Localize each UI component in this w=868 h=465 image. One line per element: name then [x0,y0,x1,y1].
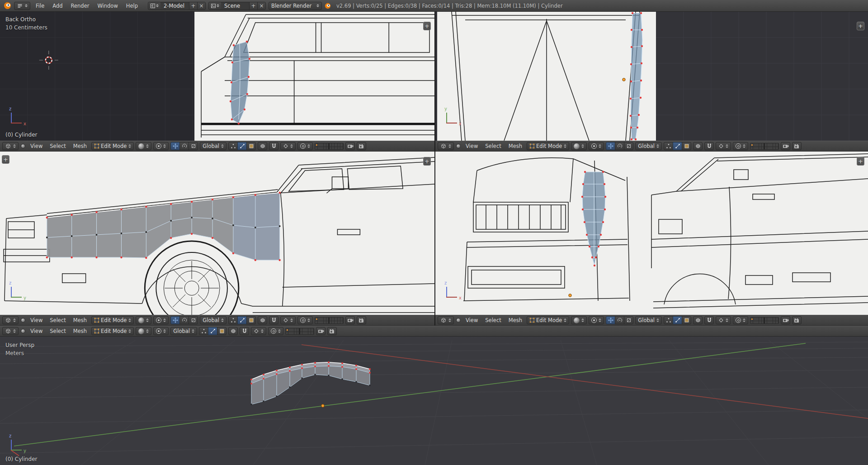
toolshelf-panel-toggle[interactable]: + [2,155,9,164]
manipulator-translate-toggle[interactable] [606,316,615,324]
collapse-menus-icon[interactable] [456,144,461,148]
screen-layout-close-button[interactable]: × [197,2,205,10]
menu-add[interactable]: Add [50,3,65,9]
face-select-button[interactable] [682,142,691,150]
menu-view[interactable]: View [28,328,45,334]
edge-select-button[interactable] [673,316,682,324]
proportional-edit-dropdown[interactable] [268,327,283,335]
occlude-toggle[interactable] [258,142,267,150]
render-opengl-anim-button[interactable] [792,316,802,324]
pivot-dropdown[interactable] [153,142,169,150]
layers-widget[interactable] [315,317,344,324]
shading-dropdown[interactable] [136,316,151,324]
layers-widget[interactable] [285,328,314,335]
manipulator-scale-toggle[interactable] [189,142,198,150]
menu-view[interactable]: View [463,143,481,149]
menu-select[interactable]: Select [47,317,68,323]
face-select-button[interactable] [217,327,226,335]
collapse-menus-icon[interactable] [21,318,25,323]
layers-widget[interactable] [750,143,779,150]
orientation-dropdown[interactable]: Global [200,142,226,150]
edge-select-button[interactable] [208,327,217,335]
snap-toggle[interactable] [269,142,278,150]
snap-element-dropdown[interactable] [280,142,296,150]
render-opengl-button[interactable] [316,327,326,335]
scene-browse-button[interactable] [209,2,221,10]
snap-element-dropdown[interactable] [280,316,296,324]
snap-element-dropdown[interactable] [716,316,731,324]
mode-dropdown[interactable]: Edit Mode [527,142,569,150]
viewport-3d-region[interactable]: User Persp Meters (0) Cylinder z y [0,337,868,465]
occlude-toggle[interactable] [693,316,703,324]
manipulator-scale-toggle[interactable] [189,316,198,324]
render-opengl-button[interactable] [781,316,790,324]
collapse-menus-icon[interactable] [21,144,25,148]
viewport-3d-region[interactable]: + z x [435,152,868,315]
shading-dropdown[interactable] [571,142,587,150]
render-opengl-anim-button[interactable] [327,327,337,335]
screen-layout-browse-button[interactable] [148,2,160,10]
pivot-dropdown[interactable] [589,316,604,324]
mode-dropdown[interactable]: Edit Mode [91,316,134,324]
screen-layout-add-button[interactable]: + [189,2,197,10]
editor-type-button[interactable] [438,142,454,150]
proportional-edit-dropdown[interactable] [297,316,313,324]
collapse-menus-icon[interactable] [21,329,25,333]
snap-element-dropdown[interactable] [251,327,266,335]
mode-dropdown[interactable]: Edit Mode [91,327,134,335]
proportional-edit-dropdown[interactable] [297,142,313,150]
editor-type-button[interactable] [2,142,19,150]
menu-view[interactable]: View [28,143,45,149]
render-engine-dropdown[interactable]: Blender Render [269,2,322,10]
vertex-select-button[interactable] [664,316,673,324]
proportional-edit-dropdown[interactable] [733,316,748,324]
properties-panel-toggle[interactable]: + [857,157,864,166]
snap-toggle[interactable] [704,142,714,150]
collapse-menus-icon[interactable] [456,318,461,323]
menu-select[interactable]: Select [47,143,68,149]
menu-mesh[interactable]: Mesh [506,143,525,149]
manipulator-translate-toggle[interactable] [170,142,180,150]
menu-view[interactable]: View [463,317,481,323]
face-select-button[interactable] [246,316,256,324]
render-opengl-button[interactable] [345,142,355,150]
screen-layout-name[interactable]: 2-Model [160,3,189,9]
snap-toggle[interactable] [240,327,249,335]
editor-type-button[interactable] [438,316,454,324]
manipulator-translate-toggle[interactable] [170,316,180,324]
menu-mesh[interactable]: Mesh [71,328,90,334]
render-opengl-button[interactable] [345,316,355,324]
render-opengl-button[interactable] [781,142,790,150]
manipulator-scale-toggle[interactable] [624,142,633,150]
face-select-button[interactable] [246,142,256,150]
render-opengl-anim-button[interactable] [792,142,802,150]
vertex-select-button[interactable] [199,327,208,335]
editor-type-button[interactable] [2,327,19,335]
menu-help[interactable]: Help [123,3,141,9]
menu-mesh[interactable]: Mesh [506,317,525,323]
snap-toggle[interactable] [269,316,278,324]
menu-view[interactable]: View [28,317,45,323]
face-select-button[interactable] [682,316,691,324]
manipulator-rotate-toggle[interactable] [615,316,624,324]
orientation-dropdown[interactable]: Global [200,316,226,324]
viewport-3d-region[interactable]: + + z y [0,152,434,315]
edge-select-button[interactable] [237,142,247,150]
menu-render[interactable]: Render [68,3,92,9]
manipulator-scale-toggle[interactable] [624,316,633,324]
properties-panel-toggle[interactable]: + [423,157,431,166]
manipulator-rotate-toggle[interactable] [615,142,624,150]
orientation-dropdown[interactable]: Global [635,316,662,324]
vertex-select-button[interactable] [664,142,673,150]
properties-panel-toggle[interactable]: + [857,22,864,30]
orientation-dropdown[interactable]: Global [170,327,197,335]
manipulator-translate-toggle[interactable] [606,142,615,150]
pivot-dropdown[interactable] [153,327,169,335]
render-opengl-anim-button[interactable] [357,142,366,150]
menu-select[interactable]: Select [482,317,504,323]
shading-dropdown[interactable] [136,142,151,150]
orientation-dropdown[interactable]: Global [635,142,662,150]
occlude-toggle[interactable] [228,327,238,335]
menu-select[interactable]: Select [482,143,504,149]
pivot-dropdown[interactable] [153,316,169,324]
